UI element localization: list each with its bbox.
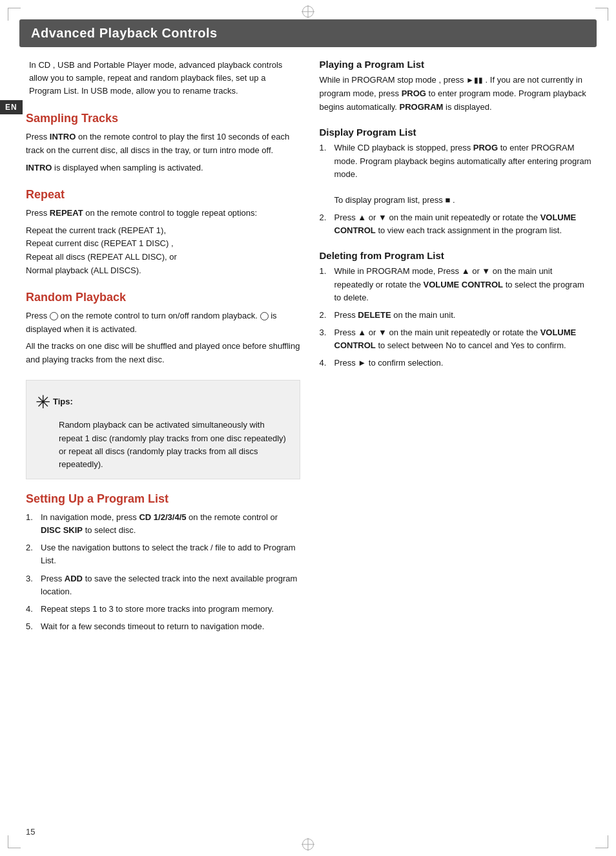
tips-header: ✳Tips: — [36, 388, 291, 416]
corner-mark-br — [595, 835, 608, 848]
sampling-title: Sampling Tracks — [26, 112, 300, 125]
repeat-para1: Press REPEAT on the remote control to to… — [26, 207, 300, 220]
display-title: Display Program List — [320, 127, 594, 138]
deleting-text-3: Press ▲ or ▼ on the main unit repeatedly… — [334, 326, 594, 352]
setup-num-1: 1. — [26, 511, 37, 537]
deleting-num-2: 2. — [320, 309, 331, 322]
deleting-num-1: 1. — [320, 265, 331, 278]
repeat-section: Repeat Press REPEAT on the remote contro… — [26, 188, 300, 278]
right-column: Playing a Program List While in PROGRAM … — [320, 59, 597, 646]
setup-item-3: 3. Press ADD to save the selected track … — [26, 572, 300, 598]
sampling-para1: Press INTRO on the remote control to pla… — [26, 130, 300, 158]
setup-text-1: In navigation mode, press CD 1/2/3/4/5 o… — [41, 511, 300, 537]
playing-title: Playing a Program List — [320, 59, 594, 70]
left-column: In CD , USB and Portable Player mode, ad… — [19, 59, 300, 646]
setup-text-5: Wait for a few seconds timeout to return… — [41, 620, 264, 633]
setup-list: 1. In navigation mode, press CD 1/2/3/4/… — [26, 511, 300, 633]
playing-section: Playing a Program List While in PROGRAM … — [320, 59, 594, 114]
display-item-1: 1. While CD playback is stopped, press P… — [320, 141, 594, 207]
display-vol-bold: VOLUME CONTROL — [334, 213, 577, 235]
repeat-para2: Repeat the current track (REPEAT 1), Rep… — [26, 224, 300, 278]
display-section: Display Program List 1. While CD playbac… — [320, 127, 594, 237]
deleting-section: Deleting from Program List 1. While in P… — [320, 250, 594, 370]
deleting-body: 1. While in PROGRAM mode, Press ▲ or ▼ o… — [320, 265, 594, 370]
display-list: 1. While CD playback is stopped, press P… — [320, 141, 594, 237]
setup-item-5: 5. Wait for a few seconds timeout to ret… — [26, 620, 300, 633]
playing-body: While in PROGRAM stop mode , press ►▮▮ .… — [320, 74, 594, 114]
random-icon1 — [50, 312, 58, 320]
language-badge: EN — [0, 100, 23, 114]
page-title: Advanced Playback Controls — [31, 26, 585, 41]
deleting-text-4: Press ► to confirm selection. — [334, 357, 444, 370]
deleting-item-3: 3. Press ▲ or ▼ on the main unit repeate… — [320, 326, 594, 352]
setup-title: Setting Up a Program List — [26, 492, 300, 506]
corner-mark-bl — [8, 835, 21, 848]
deleting-list: 1. While in PROGRAM mode, Press ▲ or ▼ o… — [320, 265, 594, 370]
deleting-num-4: 4. — [320, 357, 331, 370]
repeat-bold: REPEAT — [50, 208, 83, 218]
corner-mark-tr — [595, 8, 608, 21]
random-para2: All the tracks on one disc will be shuff… — [26, 340, 300, 367]
playing-para: While in PROGRAM stop mode , press ►▮▮ .… — [320, 74, 594, 114]
random-title: Random Playback — [26, 291, 300, 304]
main-content: In CD , USB and Portable Player mode, ad… — [19, 47, 597, 646]
tips-sunburst-icon: ✳ — [36, 388, 50, 416]
deleting-item-1: 1. While in PROGRAM mode, Press ▲ or ▼ o… — [320, 265, 594, 304]
random-section: Random Playback Press on the remote cont… — [26, 291, 300, 479]
corner-mark-tl — [8, 8, 21, 21]
sampling-body: Press INTRO on the remote control to pla… — [26, 130, 300, 174]
setup-item-2: 2. Use the navigation buttons to select … — [26, 541, 300, 567]
repeat-title: Repeat — [26, 188, 300, 202]
playing-prog-bold: PROG — [402, 89, 426, 98]
deleting-item-2: 2. Press DELETE on the main unit. — [320, 309, 594, 322]
setup-body: 1. In navigation mode, press CD 1/2/3/4/… — [26, 511, 300, 633]
display-num-2: 2. — [320, 211, 331, 224]
setup-text-4: Repeat steps 1 to 3 to store more tracks… — [41, 603, 274, 616]
deleting-title: Deleting from Program List — [320, 250, 594, 261]
random-body: Press on the remote control to turn on/o… — [26, 309, 300, 367]
setup-section: Setting Up a Program List 1. In navigati… — [26, 492, 300, 633]
playing-program-bold: PROGRAM — [400, 102, 444, 112]
display-body: 1. While CD playback is stopped, press P… — [320, 141, 594, 237]
setup-num-4: 4. — [26, 603, 37, 616]
repeat-body: Press REPEAT on the remote control to to… — [26, 207, 300, 278]
bottom-center-cross — [302, 838, 314, 851]
deleting-item-4: 4. Press ► to confirm selection. — [320, 357, 594, 370]
display-text-2: Press ▲ or ▼ on the main unit repeatedly… — [334, 211, 594, 237]
setup-item-1: 1. In navigation mode, press CD 1/2/3/4/… — [26, 511, 300, 537]
tips-label: Tips: — [53, 397, 73, 406]
display-item-2: 2. Press ▲ or ▼ on the main unit repeate… — [320, 211, 594, 237]
display-text-1: While CD playback is stopped, press PROG… — [334, 141, 594, 207]
random-icon2 — [260, 312, 269, 320]
random-para1: Press on the remote control to turn on/o… — [26, 309, 300, 337]
setup-disc-bold: DISC SKIP — [41, 525, 83, 535]
del-vol-bold1: VOLUME CONTROL — [424, 280, 504, 289]
setup-num-5: 5. — [26, 620, 37, 633]
sampling-intro-bold2: INTRO — [26, 163, 52, 172]
del-vol-bold2: VOLUME CONTROL — [334, 328, 577, 350]
tips-body: Random playback can be activated simulta… — [59, 419, 291, 471]
setup-add-bold: ADD — [65, 574, 83, 583]
display-prog-bold: PROG — [473, 143, 498, 152]
play-pause-symbol: ►▮▮ — [466, 76, 483, 85]
setup-text-3: Press ADD to save the selected track int… — [41, 572, 300, 598]
top-center-cross — [302, 5, 314, 18]
tips-box: ✳Tips: Random playback can be activated … — [26, 380, 300, 479]
page-number: 15 — [26, 827, 35, 837]
sampling-para2: INTRO is displayed when sampling is acti… — [26, 162, 300, 175]
display-num-1: 1. — [320, 141, 331, 154]
setup-num-2: 2. — [26, 541, 37, 567]
intro-paragraph: In CD , USB and Portable Player mode, ad… — [26, 59, 300, 98]
deleting-text-2: Press DELETE on the main unit. — [334, 309, 456, 322]
deleting-text-1: While in PROGRAM mode, Press ▲ or ▼ on t… — [334, 265, 594, 304]
setup-cd-bold: CD 1/2/3/4/5 — [139, 512, 186, 522]
sampling-section: Sampling Tracks Press INTRO on the remot… — [26, 112, 300, 174]
sampling-intro-bold: INTRO — [50, 132, 76, 141]
page-header-bar: Advanced Playback Controls — [19, 19, 597, 47]
setup-text-2: Use the navigation buttons to select the… — [41, 541, 300, 567]
deleting-num-3: 3. — [320, 326, 331, 339]
del-delete-bold: DELETE — [358, 310, 391, 320]
setup-item-4: 4. Repeat steps 1 to 3 to store more tra… — [26, 603, 300, 616]
setup-num-3: 3. — [26, 572, 37, 598]
